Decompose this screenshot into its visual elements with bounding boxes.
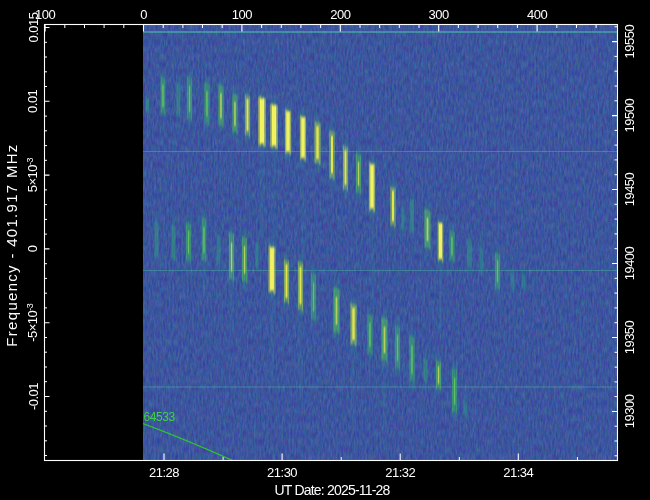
svg-text:21:34: 21:34 — [503, 465, 533, 480]
svg-text:0.015: 0.015 — [26, 12, 41, 42]
svg-text:Frequency - 401.917 MHz: Frequency - 401.917 MHz — [3, 143, 20, 346]
svg-text:21:30: 21:30 — [267, 465, 297, 480]
svg-text:19500: 19500 — [622, 99, 637, 133]
svg-text:-0.01: -0.01 — [26, 383, 41, 410]
svg-text:19350: 19350 — [622, 320, 637, 354]
svg-text:200: 200 — [330, 7, 350, 22]
svg-text:19300: 19300 — [622, 394, 637, 428]
svg-text:19400: 19400 — [622, 246, 637, 280]
svg-text:300: 300 — [429, 7, 449, 22]
svg-text:19450: 19450 — [622, 172, 637, 206]
svg-text:21:32: 21:32 — [385, 465, 415, 480]
svg-text:19550: 19550 — [622, 25, 637, 59]
svg-text:100: 100 — [232, 7, 252, 22]
svg-text:0.01: 0.01 — [26, 89, 41, 113]
svg-text:0: 0 — [26, 245, 41, 252]
svg-text:21:28: 21:28 — [149, 465, 179, 480]
svg-text:64533: 64533 — [144, 410, 176, 424]
svg-text:400: 400 — [527, 7, 547, 22]
svg-text:0: 0 — [140, 7, 147, 22]
svg-text:UT Date: 2025-11-28: UT Date: 2025-11-28 — [274, 482, 390, 498]
